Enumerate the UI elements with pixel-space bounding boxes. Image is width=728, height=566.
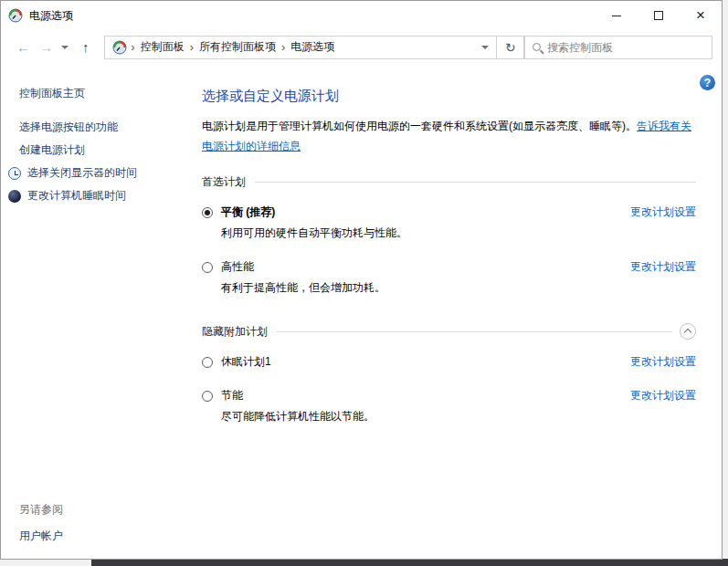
breadcrumb-dropdown-icon[interactable]	[481, 46, 489, 49]
section-label: 隐藏附加计划	[202, 324, 277, 340]
screen: 电源选项 × ← → ↑ ›	[0, 0, 728, 566]
back-button[interactable]: ←	[12, 39, 35, 55]
refresh-button[interactable]: ↻	[497, 36, 524, 59]
change-plan-settings-link[interactable]: 更改计划设置	[630, 388, 696, 404]
page-title: 选择或自定义电源计划	[202, 88, 696, 105]
collapse-section-button[interactable]	[680, 323, 696, 340]
close-button[interactable]: ×	[680, 1, 722, 30]
plan-radio[interactable]	[202, 391, 213, 402]
sidebar-item-power-buttons[interactable]: 选择电源按钮的功能	[1, 116, 193, 139]
plan-main: 节能 更改计划设置	[202, 388, 696, 404]
sidebar-item-display-off-time[interactable]: 选择关闭显示器的时间	[1, 162, 193, 184]
plan-name: 高性能	[221, 259, 254, 275]
sidebar: 控制面板主页 选择电源按钮的功能 创建电源计划 选择关闭显示器的时间 更改计算机…	[1, 64, 193, 559]
plan-description: 有利于提高性能，但会增加功耗。	[221, 280, 696, 296]
minimize-icon	[612, 16, 621, 16]
sidebar-item-control-panel-home[interactable]: 控制面板主页	[1, 82, 193, 105]
section-divider	[277, 331, 672, 332]
plan-row-balanced: 平衡 (推荐) 更改计划设置 利用可用的硬件自动平衡功耗与性能。	[202, 204, 696, 241]
chevron-up-icon	[684, 329, 691, 336]
close-icon: ×	[696, 7, 705, 23]
help-button[interactable]: ?	[700, 75, 715, 90]
section-divider	[255, 182, 696, 183]
plan-description: 尽可能降低计算机性能以节能。	[221, 409, 696, 424]
minimize-button[interactable]	[596, 1, 638, 30]
plan-row-hibernate-plan1: 休眠计划1 更改计划设置	[202, 354, 696, 370]
see-also-header: 另请参阅	[19, 502, 63, 518]
sleep-icon	[8, 190, 21, 203]
plan-name: 休眠计划1	[221, 354, 271, 370]
plan-radio[interactable]	[202, 262, 213, 273]
maximize-icon	[654, 11, 663, 20]
plan-row-high-performance: 高性能 更改计划设置 有利于提高性能，但会增加功耗。	[202, 259, 696, 296]
plan-radio[interactable]	[202, 207, 213, 218]
recent-pages-dropdown-icon[interactable]	[61, 46, 69, 49]
forward-button[interactable]: →	[35, 39, 58, 55]
plan-main: 休眠计划1 更改计划设置	[202, 354, 696, 370]
change-plan-settings-link[interactable]: 更改计划设置	[630, 259, 696, 275]
plan-name: 平衡 (推荐)	[221, 204, 275, 220]
plan-main: 平衡 (推荐) 更改计划设置	[202, 204, 696, 220]
sidebar-item-user-accounts[interactable]: 用户帐户	[19, 529, 63, 544]
search-icon	[533, 43, 541, 51]
section-header-hidden-plans: 隐藏附加计划	[202, 323, 696, 340]
address-bar: › 控制面板 › 所有控制面板项 › 电源选项 ↻	[104, 36, 524, 59]
intro-text: 电源计划是用于管理计算机如何使用电源的一套硬件和系统设置(如显示器亮度、睡眠等)…	[202, 117, 696, 156]
section-header-preferred-plans: 首选计划	[202, 174, 696, 190]
see-also-section: 另请参阅 用户帐户	[19, 502, 63, 544]
breadcrumb-item-all-items[interactable]: 所有控制面板项	[194, 39, 281, 55]
plan-name: 节能	[221, 388, 243, 404]
section-label: 首选计划	[202, 174, 255, 190]
plan-radio[interactable]	[202, 357, 213, 368]
breadcrumb-item-power-options[interactable]: 电源选项	[285, 39, 340, 55]
up-button[interactable]: ↑	[72, 39, 99, 55]
breadcrumb-power-icon	[112, 40, 127, 55]
change-plan-settings-link[interactable]: 更改计划设置	[630, 354, 696, 370]
power-options-window: 电源选项 × ← → ↑ ›	[0, 0, 723, 560]
change-plan-settings-link[interactable]: 更改计划设置	[630, 204, 696, 220]
refresh-icon: ↻	[505, 40, 516, 55]
breadcrumb[interactable]: › 控制面板 › 所有控制面板项 › 电源选项	[104, 36, 497, 59]
search-input[interactable]	[547, 41, 704, 54]
plan-main: 高性能 更改计划设置	[202, 259, 696, 275]
plan-row-power-saver: 节能 更改计划设置 尽可能降低计算机性能以节能。	[202, 388, 696, 424]
breadcrumb-item-control-panel[interactable]: 控制面板	[135, 39, 190, 55]
window-body: 控制面板主页 选择电源按钮的功能 创建电源计划 选择关闭显示器的时间 更改计算机…	[1, 64, 722, 559]
navigation-bar: ← → ↑ › 控制面板 › 所有控制面板项 › 电源选项	[1, 30, 722, 64]
background-strip	[91, 559, 728, 566]
power-options-icon	[8, 8, 23, 23]
sidebar-item-label: 更改计算机睡眠时间	[27, 188, 126, 204]
plan-description: 利用可用的硬件自动平衡功耗与性能。	[221, 225, 696, 241]
window-title: 电源选项	[29, 8, 73, 24]
maximize-button[interactable]	[638, 1, 680, 30]
main-pane: ? 选择或自定义电源计划 电源计划是用于管理计算机如何使用电源的一套硬件和系统设…	[193, 64, 722, 559]
window-controls: ×	[596, 1, 722, 30]
sidebar-item-sleep-time[interactable]: 更改计算机睡眠时间	[1, 184, 193, 207]
intro-body: 电源计划是用于管理计算机如何使用电源的一套硬件和系统设置(如显示器亮度、睡眠等)…	[202, 120, 637, 132]
sidebar-item-create-plan[interactable]: 创建电源计划	[1, 139, 193, 162]
display-timeout-icon	[8, 167, 21, 180]
title-bar[interactable]: 电源选项 ×	[1, 1, 722, 30]
search-box[interactable]	[524, 36, 712, 59]
sidebar-item-label: 选择关闭显示器的时间	[27, 165, 137, 181]
